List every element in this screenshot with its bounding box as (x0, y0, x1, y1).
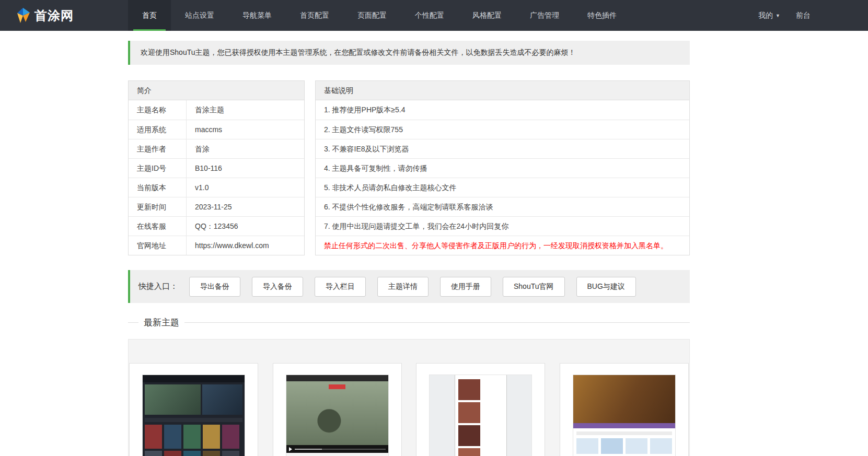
thumb-card-row (576, 438, 672, 454)
row-label: 主题作者 (129, 139, 187, 158)
theme-thumbnail-video-player (286, 375, 389, 456)
info-panels: 简介 主题名称 首涂主题 适用系统 maccms 主题作者 首涂 主题ID号 B… (128, 80, 690, 255)
thumb-text-lines (286, 453, 388, 456)
quick-entry-label: 快捷入口： (138, 282, 178, 291)
quick-entry-bar: 快捷入口： 导出备份 导入备份 导入栏目 主题详情 使用手册 ShouTu官网 … (128, 270, 690, 303)
row-label: 在线客服 (129, 217, 187, 236)
nav-frontend-label: 前台 (796, 11, 811, 19)
note-item: 2. 主题文件读写权限755 (316, 120, 689, 139)
table-row: 当前版本 v1.0 (129, 178, 304, 197)
logo-text: 首涂网 (34, 7, 74, 24)
row-label: 当前版本 (129, 178, 187, 197)
nav-my-dropdown[interactable]: 我的▼ (758, 11, 780, 20)
thumb-content-rows (573, 428, 675, 456)
latest-themes-section-title: 最新主题 (128, 317, 690, 328)
note-item: 5. 非技术人员请勿私自修改主题核心文件 (316, 178, 689, 197)
row-label: 主题ID号 (129, 159, 187, 178)
table-row: 官网地址 https://www.dkewl.com (129, 236, 304, 255)
warning-text: 禁止任何形式的二次出售、分享他人等侵害作者及正版用户的行为，一经发现取消授权资格… (316, 236, 689, 255)
nav-item-ad-manage[interactable]: 广告管理 (516, 0, 573, 31)
row-label: 官网地址 (129, 236, 187, 255)
nav-item-site-settings[interactable]: 站点设置 (171, 0, 228, 31)
thumb-hero (143, 382, 245, 417)
welcome-alert: 欢迎使用ShouTu主题，您已获得授权使用本主题管理系统，在您配置或修改文件前请… (128, 41, 690, 65)
divider-line (184, 322, 690, 323)
thumb-video-frame (286, 381, 388, 445)
chevron-down-icon: ▼ (776, 13, 780, 18)
theme-thumbnail-banner-site (573, 375, 676, 456)
table-row: 适用系统 maccms (129, 120, 304, 139)
official-site-url: https://www.dkewl.com (187, 236, 304, 255)
notes-panel: 基础说明 1. 推荐使用PHP版本≥5.4 2. 主题文件读写权限755 3. … (315, 80, 690, 255)
main-container: 欢迎使用ShouTu主题，您已获得授权使用本主题管理系统，在您配置或修改文件前请… (128, 41, 690, 456)
latest-themes-panel (128, 339, 690, 456)
theme-details-button[interactable]: 主题详情 (377, 277, 429, 297)
nav-item-nav-menu[interactable]: 导航菜单 (228, 0, 286, 31)
progress-bar (295, 449, 386, 450)
theme-card[interactable] (416, 363, 545, 456)
nav-item-plugins[interactable]: 特色插件 (573, 0, 631, 31)
nav-item-style-config[interactable]: 风格配置 (458, 0, 516, 31)
user-manual-button[interactable]: 使用手册 (440, 277, 491, 297)
import-backup-button[interactable]: 导入备份 (252, 277, 303, 297)
thumb-header (286, 375, 388, 381)
row-value: QQ：123456 (187, 217, 304, 236)
import-columns-button[interactable]: 导入栏目 (315, 277, 366, 297)
main-menu: 首页 站点设置 导航菜单 首页配置 页面配置 个性配置 风格配置 广告管理 特色… (128, 0, 631, 31)
nav-item-home-config[interactable]: 首页配置 (286, 0, 343, 31)
notes-panel-title: 基础说明 (316, 81, 689, 100)
row-value: 2023-11-25 (187, 197, 304, 216)
export-backup-button[interactable]: 导出备份 (189, 277, 240, 297)
note-item: 7. 使用中出现问题请提交工单，我们会在24小时内回复你 (316, 216, 689, 236)
note-item: 1. 推荐使用PHP版本≥5.4 (316, 100, 689, 120)
welcome-alert-text: 欢迎使用ShouTu主题，您已获得授权使用本主题管理系统，在您配置或修改文件前请… (141, 48, 576, 57)
note-item: 6. 不提供个性化修改服务，高端定制请联系客服洽谈 (316, 197, 689, 216)
play-icon (289, 447, 292, 451)
row-value: maccms (187, 120, 304, 139)
theme-thumbnail-mobile-app (429, 375, 532, 456)
row-label: 适用系统 (129, 120, 187, 139)
thumb-watermark (329, 384, 345, 389)
thumb-strip (573, 423, 675, 428)
theme-card[interactable] (129, 363, 258, 456)
thumb-strip (145, 418, 242, 422)
note-item: 3. 不兼容IE8及以下浏览器 (316, 139, 689, 158)
theme-card[interactable] (560, 363, 689, 456)
intro-panel-title: 简介 (129, 81, 304, 100)
thumb-text-line (576, 431, 672, 435)
table-row: 更新时间 2023-11-25 (129, 197, 304, 216)
section-title-text: 最新主题 (138, 317, 184, 329)
divider-line (128, 322, 138, 323)
row-label: 更新时间 (129, 197, 187, 216)
table-row: 主题ID号 B10-116 (129, 158, 304, 178)
nav-item-page-config[interactable]: 页面配置 (343, 0, 401, 31)
row-value: 首涂主题 (187, 100, 304, 120)
top-nav: 首涂网 首页 站点设置 导航菜单 首页配置 页面配置 个性配置 风格配置 广告管… (0, 0, 868, 31)
theme-thumbnail-dark-movie-site (142, 375, 245, 456)
intro-panel: 简介 主题名称 首涂主题 适用系统 maccms 主题作者 首涂 主题ID号 B… (128, 80, 305, 255)
thumb-player-controls (286, 445, 388, 453)
row-value: v1.0 (187, 178, 304, 197)
row-value: 首涂 (187, 139, 304, 158)
nav-item-personal-config[interactable]: 个性配置 (401, 0, 458, 31)
shoutu-site-button[interactable]: ShouTu官网 (503, 277, 565, 297)
row-value: B10-116 (187, 159, 304, 178)
theme-cards-row (129, 363, 689, 456)
logo[interactable]: 首涂网 (0, 0, 128, 31)
table-row: 在线客服 QQ：123456 (129, 216, 304, 236)
table-row: 主题作者 首涂 (129, 139, 304, 158)
bug-feedback-button[interactable]: BUG与建议 (576, 277, 636, 297)
table-row: 主题名称 首涂主题 (129, 100, 304, 120)
nav-my-label: 我的 (758, 11, 773, 19)
thumb-phone-grid (455, 379, 506, 456)
nav-frontend-link[interactable]: 前台 (796, 11, 811, 20)
thumb-poster-grid (143, 423, 245, 456)
nav-right: 我的▼ 前台 (758, 0, 868, 31)
logo-icon (16, 8, 30, 24)
nav-item-home[interactable]: 首页 (128, 0, 171, 31)
theme-card[interactable] (273, 363, 402, 456)
thumb-phone (455, 375, 507, 456)
thumb-banner (573, 375, 675, 423)
note-item: 4. 主题具备可复制性，请勿传播 (316, 158, 689, 178)
row-label: 主题名称 (129, 100, 187, 120)
